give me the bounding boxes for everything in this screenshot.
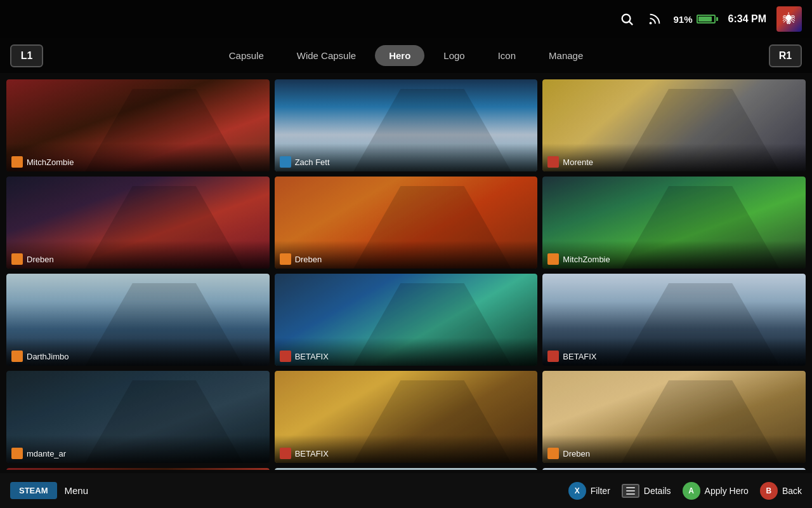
item-avatar-12 — [547, 448, 559, 459]
top-bar: 91% 6:34 PM 🕷 — [0, 0, 812, 38]
item-label-2: Zach Fett — [275, 144, 538, 171]
item-label-7: DarthJimbo — [6, 338, 270, 366]
item-author-1: MitchZombie — [27, 157, 74, 167]
grid-item-9[interactable]: BETAFIX — [542, 274, 806, 366]
grid-item-3[interactable]: Morente — [542, 79, 806, 171]
tab-capsule[interactable]: Capsule — [215, 45, 278, 66]
item-label-4: Dreben — [6, 241, 270, 269]
art-grid: MitchZombie Zach Fett Morente — [0, 73, 812, 470]
grid-item-2[interactable]: Zach Fett — [275, 79, 538, 171]
apply-hero-label: Apply Hero — [705, 486, 749, 496]
item-label-10: mdante_ar — [6, 435, 270, 463]
item-avatar-3 — [547, 156, 559, 168]
item-label-11: BETAFIX — [275, 435, 538, 463]
item-label-9: BETAFIX — [542, 338, 806, 366]
tab-wide-capsule[interactable]: Wide Capsule — [283, 45, 370, 66]
a-button: A — [683, 482, 700, 500]
grid-item-15[interactable] — [542, 468, 806, 470]
item-author-11: BETAFIX — [295, 449, 329, 458]
item-label-8: BETAFIX — [275, 338, 538, 366]
details-action[interactable]: Details — [622, 484, 671, 498]
details-label: Details — [644, 486, 671, 496]
b-button: B — [760, 482, 778, 500]
item-author-12: Dreben — [563, 449, 590, 458]
item-label-3: Morente — [542, 144, 806, 171]
item-avatar-6 — [547, 253, 559, 265]
item-avatar-8 — [280, 351, 291, 362]
grid-item-7[interactable]: DarthJimbo — [6, 274, 270, 366]
grid-item-6[interactable]: MitchZombie — [542, 177, 806, 269]
svg-point-2 — [650, 23, 651, 24]
tab-logo[interactable]: Logo — [429, 45, 478, 66]
grid-item-5[interactable]: Dreben — [275, 177, 538, 269]
item-avatar-1 — [11, 156, 23, 168]
item-author-2: Zach Fett — [295, 157, 330, 167]
item-avatar-2 — [280, 156, 291, 168]
battery-indicator: 91% — [674, 14, 718, 25]
item-label-1: MitchZombie — [6, 144, 270, 171]
filter-label: Filter — [591, 486, 610, 496]
item-avatar-9 — [547, 351, 559, 362]
grid-item-14[interactable] — [275, 468, 538, 470]
menu-button — [622, 484, 639, 498]
filter-action[interactable]: X Filter — [568, 482, 610, 500]
grid-item-4[interactable]: Dreben — [6, 177, 270, 269]
apply-hero-action[interactable]: A Apply Hero — [683, 482, 749, 500]
clock: 6:34 PM — [728, 13, 766, 25]
item-avatar-11 — [280, 448, 291, 459]
svg-point-0 — [622, 15, 630, 23]
steam-button[interactable]: STEAM — [10, 482, 57, 499]
r1-button[interactable]: R1 — [769, 44, 802, 67]
avatar[interactable]: 🕷 — [776, 6, 802, 32]
item-avatar-7 — [11, 351, 23, 362]
bottom-bar: STEAM Menu X Filter Details A Apply Hero… — [0, 473, 812, 508]
grid-item-1[interactable]: MitchZombie — [6, 79, 270, 171]
grid-item-8[interactable]: BETAFIX — [275, 274, 538, 366]
menu-label: Menu — [65, 485, 89, 496]
x-button: X — [568, 482, 586, 500]
item-label-12: Dreben — [542, 435, 806, 463]
item-author-4: Dreben — [27, 255, 54, 264]
grid-item-12[interactable]: Dreben — [542, 371, 806, 463]
item-author-9: BETAFIX — [563, 352, 596, 361]
grid-item-13[interactable] — [6, 468, 270, 470]
tab-hero[interactable]: Hero — [375, 45, 424, 66]
tab-manage[interactable]: Manage — [535, 45, 597, 66]
item-avatar-5 — [280, 253, 291, 265]
back-action[interactable]: B Back — [760, 482, 802, 500]
tab-icon[interactable]: Icon — [484, 45, 530, 66]
item-author-8: BETAFIX — [295, 352, 329, 361]
item-avatar-10 — [11, 448, 23, 459]
item-author-6: MitchZombie — [563, 255, 610, 264]
grid-item-11[interactable]: BETAFIX — [275, 371, 538, 463]
item-author-5: Dreben — [295, 255, 322, 264]
l1-button[interactable]: L1 — [10, 44, 43, 67]
svg-line-1 — [629, 22, 632, 25]
battery-icon — [697, 15, 718, 23]
grid-item-10[interactable]: mdante_ar — [6, 371, 270, 463]
item-label-5: Dreben — [275, 241, 538, 269]
item-author-7: DarthJimbo — [27, 352, 69, 361]
grid-container: MitchZombie Zach Fett Morente — [6, 79, 806, 470]
battery-percentage: 91% — [674, 14, 693, 25]
nav-bar: L1 Capsule Wide Capsule Hero Logo Icon M… — [0, 38, 812, 73]
item-avatar-4 — [11, 253, 23, 265]
item-author-3: Morente — [563, 157, 593, 167]
search-icon[interactable] — [618, 10, 636, 28]
item-author-10: mdante_ar — [27, 449, 66, 458]
rss-icon — [646, 10, 664, 28]
back-label: Back — [782, 486, 802, 496]
item-label-6: MitchZombie — [542, 241, 806, 269]
